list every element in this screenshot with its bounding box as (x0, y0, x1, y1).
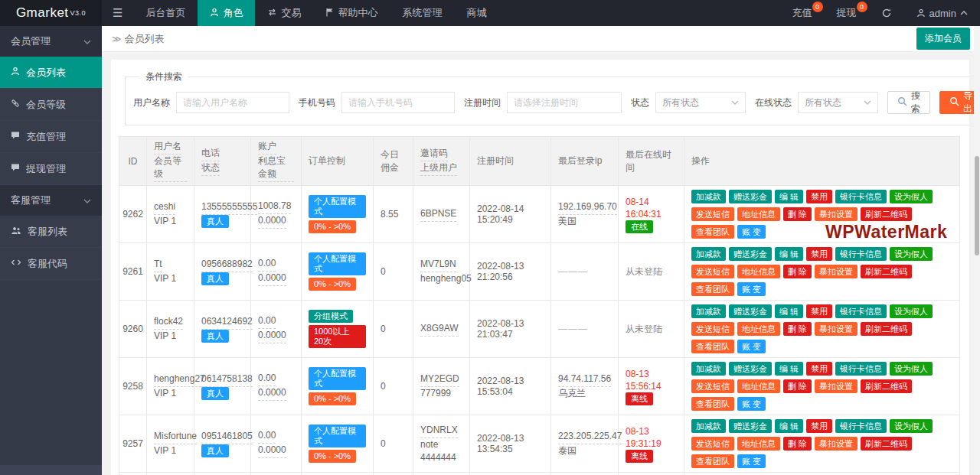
edit-button[interactable]: 编 辑 (775, 362, 803, 376)
send-sms-button[interactable]: 发送短信 (691, 437, 734, 451)
account-change-button[interactable]: 账 变 (737, 225, 766, 239)
address-info-button[interactable]: 地址信息 (737, 265, 780, 278)
sidebar-item-member-list[interactable]: 会员列表 (0, 57, 102, 89)
sidebar-item-member-level[interactable]: 会员等级 (0, 89, 102, 121)
gift-bonus-button[interactable]: 赠送彩金 (729, 247, 772, 261)
sidebar-group-客服管理[interactable]: 客服管理 (0, 185, 102, 216)
edit-button[interactable]: 编 辑 (775, 304, 803, 318)
adjust-balance-button[interactable]: 加减款 (691, 362, 726, 376)
view-team-button[interactable]: 查看团队 (691, 454, 734, 468)
forced-deduction-settings-button[interactable]: 暴扣设置 (815, 322, 858, 336)
order-control-badge[interactable]: 0% - >0% (309, 450, 356, 463)
nav-item-role[interactable]: 角色 (198, 0, 255, 26)
order-mode-badge[interactable]: 个人配置模式 (309, 195, 366, 218)
username-field[interactable] (176, 92, 289, 113)
disable-button[interactable]: 禁用 (806, 247, 832, 261)
address-info-button[interactable]: 地址信息 (737, 322, 780, 336)
account-change-button[interactable]: 账 变 (737, 454, 766, 468)
nav-item-home[interactable]: 后台首页 (133, 0, 198, 26)
scrollbar-thumb[interactable] (975, 156, 979, 255)
sidebar-item-service-list[interactable]: 客服列表 (0, 216, 102, 248)
refresh-icon[interactable] (869, 0, 904, 26)
order-control-badge[interactable]: 0% - >0% (309, 392, 356, 405)
nav-item-help-center[interactable]: 帮助中心 (313, 0, 390, 26)
forced-deduction-settings-button[interactable]: 暴扣设置 (815, 437, 858, 451)
nav-item-trade[interactable]: 交易 (255, 0, 313, 26)
status-select[interactable]: 所有状态 (655, 92, 746, 113)
online-status-select[interactable]: 所有状态 (798, 92, 878, 113)
disable-button[interactable]: 禁用 (806, 190, 832, 203)
address-info-button[interactable]: 地址信息 (737, 379, 780, 393)
phone-field[interactable] (341, 92, 455, 113)
forced-deduction-settings-button[interactable]: 暴扣设置 (815, 379, 858, 393)
hamburger-menu-icon[interactable]: ☰ (102, 0, 133, 26)
adjust-balance-button[interactable]: 加减款 (691, 419, 726, 433)
gift-bonus-button[interactable]: 赠送彩金 (729, 304, 772, 318)
order-mode-badge[interactable]: 个人配置模式 (309, 367, 366, 390)
refresh-qrcode-button[interactable]: 刷新二维码 (861, 265, 912, 278)
sidebar-item-service-code[interactable]: 客服代码 (0, 248, 102, 280)
add-member-button[interactable]: 添加会员 (916, 28, 970, 50)
adjust-balance-button[interactable]: 加减款 (691, 247, 726, 261)
view-team-button[interactable]: 查看团队 (691, 225, 734, 239)
set-fake-user-button[interactable]: 设为假人 (890, 419, 933, 433)
order-control-badge[interactable]: 1000以上 20次 (309, 325, 366, 348)
recharge-nav-button[interactable]: 充值 0 (780, 0, 825, 26)
delete-button[interactable]: 删 除 (783, 379, 812, 393)
send-sms-button[interactable]: 发送短信 (691, 207, 734, 221)
sidebar-item-recharge-management[interactable]: 充值管理 (0, 121, 102, 153)
view-team-button[interactable]: 查看团队 (691, 282, 734, 296)
order-control-badge[interactable]: 0% - >0% (309, 278, 356, 291)
order-mode-badge[interactable]: 分组模式 (309, 310, 353, 323)
edit-button[interactable]: 编 辑 (775, 190, 803, 203)
bank-card-info-button[interactable]: 银行卡信息 (835, 190, 887, 203)
sidebar-group-会员管理[interactable]: 会员管理 (0, 26, 102, 57)
order-mode-badge[interactable]: 个人配置模式 (309, 252, 366, 275)
set-fake-user-button[interactable]: 设为假人 (890, 247, 933, 261)
address-info-button[interactable]: 地址信息 (737, 437, 780, 451)
bank-card-info-button[interactable]: 银行卡信息 (835, 419, 887, 433)
register-time-field[interactable] (507, 92, 622, 113)
adjust-balance-button[interactable]: 加减款 (691, 190, 726, 203)
set-fake-user-button[interactable]: 设为假人 (890, 190, 933, 203)
view-team-button[interactable]: 查看团队 (691, 340, 734, 353)
gift-bonus-button[interactable]: 赠送彩金 (729, 190, 772, 203)
refresh-qrcode-button[interactable]: 刷新二维码 (861, 379, 912, 393)
forced-deduction-settings-button[interactable]: 暴扣设置 (815, 207, 858, 221)
send-sms-button[interactable]: 发送短信 (691, 322, 734, 336)
vertical-scrollbar[interactable] (974, 26, 980, 475)
bank-card-info-button[interactable]: 银行卡信息 (835, 304, 887, 318)
send-sms-button[interactable]: 发送短信 (691, 379, 734, 393)
adjust-balance-button[interactable]: 加减款 (691, 304, 726, 318)
order-mode-badge[interactable]: 个人配置模式 (309, 425, 366, 447)
gift-bonus-button[interactable]: 赠送彩金 (729, 362, 772, 376)
set-fake-user-button[interactable]: 设为假人 (890, 304, 933, 318)
send-sms-button[interactable]: 发送短信 (691, 265, 734, 278)
account-change-button[interactable]: 账 变 (737, 282, 766, 296)
delete-button[interactable]: 删 除 (783, 437, 812, 451)
delete-button[interactable]: 删 除 (783, 207, 812, 221)
admin-menu[interactable]: admin (904, 0, 980, 26)
gift-bonus-button[interactable]: 赠送彩金 (729, 419, 772, 433)
address-info-button[interactable]: 地址信息 (737, 207, 780, 221)
account-change-button[interactable]: 账 变 (737, 397, 766, 411)
bank-card-info-button[interactable]: 银行卡信息 (835, 247, 887, 261)
disable-button[interactable]: 禁用 (806, 362, 832, 376)
delete-button[interactable]: 删 除 (783, 265, 812, 278)
bank-card-info-button[interactable]: 银行卡信息 (835, 362, 887, 376)
edit-button[interactable]: 编 辑 (775, 247, 803, 261)
nav-item-mall[interactable]: 商城 (454, 0, 498, 26)
order-control-badge[interactable]: 0% - >0% (309, 220, 356, 233)
edit-button[interactable]: 编 辑 (775, 419, 803, 433)
search-button[interactable]: 搜 索 (887, 91, 930, 114)
forced-deduction-settings-button[interactable]: 暴扣设置 (815, 265, 858, 278)
withdraw-nav-button[interactable]: 提现 0 (825, 0, 869, 26)
nav-item-system-management[interactable]: 系统管理 (390, 0, 454, 26)
set-fake-user-button[interactable]: 设为假人 (890, 362, 933, 376)
sidebar-item-withdraw-management[interactable]: 提现管理 (0, 153, 102, 185)
disable-button[interactable]: 禁用 (806, 304, 832, 318)
account-change-button[interactable]: 账 变 (737, 340, 766, 353)
delete-button[interactable]: 删 除 (783, 322, 812, 336)
disable-button[interactable]: 禁用 (806, 419, 832, 433)
refresh-qrcode-button[interactable]: 刷新二维码 (861, 207, 912, 221)
